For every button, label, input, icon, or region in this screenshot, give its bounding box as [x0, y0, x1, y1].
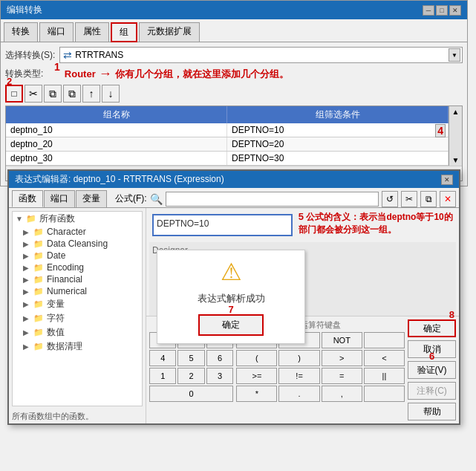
key-rparen[interactable]: ) [278, 350, 319, 366]
key-eq[interactable]: = [322, 368, 362, 384]
tree-item-datacleaning2[interactable]: ▶ 📁 数据清理 [13, 340, 142, 354]
group-toolbar: □ 2 ✂ ⧉ ⧉ ↑ ↓ [5, 85, 463, 103]
tab-property[interactable]: 属性 [75, 22, 109, 42]
tree-item-datacleansing[interactable]: ▶ 📁 Data Cleansing [13, 238, 142, 250]
key-empty[interactable] [364, 332, 405, 348]
key-3[interactable]: 3 [206, 368, 233, 384]
tab-metadata[interactable]: 元数据扩展 [139, 22, 200, 42]
folder-icon: 📁 [33, 239, 45, 249]
expression-editor-window: 表达式编辑器: deptno_10 - RTRTRANS (Expression… [7, 169, 460, 425]
tree-label-enc: Encoding [47, 262, 84, 273]
tree-item-numerical[interactable]: ▶ 📁 Numerical [13, 285, 142, 297]
key-sp[interactable] [364, 386, 405, 402]
tab-port[interactable]: 端口 [39, 22, 74, 42]
paste-btn[interactable]: ⧉ [63, 85, 81, 103]
key-4[interactable]: 4 [149, 350, 176, 366]
expr-body: ▼ 📁 所有函数 ▶ 📁 Character ▶ 📁 Data Cleansin… [9, 208, 459, 423]
key-lt[interactable]: < [364, 350, 405, 366]
key-pipe[interactable]: || [364, 368, 405, 384]
key-dot[interactable]: . [278, 386, 319, 402]
warning-icon: ⚠ [165, 258, 297, 286]
close-btn[interactable]: ✕ [449, 5, 461, 16]
move-down-btn[interactable]: ↓ [102, 85, 120, 103]
arrow-icon: → [99, 66, 112, 82]
table-scrollbar[interactable]: ▲ ▼ [449, 106, 462, 166]
folder-icon: 📁 [33, 328, 45, 337]
key-not[interactable]: NOT [322, 332, 362, 348]
formula-cut[interactable]: ✂ [401, 191, 417, 207]
scroll-down[interactable]: ▼ [452, 156, 460, 164]
tab-group[interactable]: 组 [111, 22, 137, 42]
expand-str: ▶ [23, 314, 33, 322]
key-2[interactable]: 2 [177, 368, 204, 384]
main-tab-bar: 转换 端口 属性 组 元数据扩展 [1, 19, 467, 42]
tree-label-char: Character [47, 227, 86, 237]
dropdown-arrow[interactable]: ▼ [449, 48, 460, 62]
tree-footer-note: 所有函数组中的函数。 [9, 409, 146, 423]
tree-item-string[interactable]: ▶ 📁 字符 [13, 311, 142, 325]
expr-close-btn[interactable]: ✕ [441, 175, 453, 185]
expand-char: ▶ [23, 228, 33, 236]
tree-item-all[interactable]: ▼ 📁 所有函数 [13, 212, 142, 226]
move-up-btn[interactable]: ↑ [82, 85, 100, 103]
key-1[interactable]: 1 [149, 368, 176, 384]
expr-tab-port[interactable]: 端口 [44, 190, 75, 207]
tree-item-character[interactable]: ▶ 📁 Character [13, 226, 142, 238]
tree-item-numval[interactable]: ▶ 📁 数值 [13, 325, 142, 340]
maximize-btn[interactable]: □ [436, 5, 448, 16]
table-row[interactable]: deptno_30 DEPTNO=30 [6, 152, 449, 166]
select-value: RTRTRANS [75, 50, 123, 60]
key-neq[interactable]: != [278, 368, 319, 384]
confirm-button[interactable]: 确定 [408, 319, 456, 337]
tree-item-financial[interactable]: ▶ 📁 Financial [13, 273, 142, 285]
main-content: 选择转换(S): ⇄ RTRTRANS ▼ 转换类型: 1 Router → 你… [1, 42, 467, 186]
title-bar: 编辑转换 ─ □ ✕ [1, 1, 467, 19]
expr-tab-variable[interactable]: 变量 [76, 190, 107, 207]
scroll-up[interactable]: ▲ [452, 108, 460, 116]
key-mul[interactable]: * [236, 386, 277, 402]
ok-button[interactable]: 确定 [198, 314, 264, 336]
tree-label-var: 变量 [47, 298, 65, 311]
expr-input[interactable]: DEPTNO=10 [152, 214, 293, 236]
expand-dc: ▶ [23, 240, 33, 248]
help-button[interactable]: 帮助 [408, 403, 456, 420]
tree-item-date[interactable]: ▶ 📁 Date [13, 250, 142, 262]
tab-convert[interactable]: 转换 [4, 22, 38, 42]
verify-btn-wrapper: 6 验证(V) [408, 361, 456, 379]
tree-item-encoding[interactable]: ▶ 📁 Encoding [13, 262, 142, 273]
key-0[interactable]: 0 [149, 386, 233, 402]
expr-tree-panel: ▼ 📁 所有函数 ▶ 📁 Character ▶ 📁 Data Cleansin… [9, 208, 146, 423]
formula-undo[interactable]: ↺ [382, 191, 398, 207]
key-comma[interactable]: , [322, 386, 362, 402]
new-group-btn[interactable]: □ [5, 85, 23, 103]
comment-button[interactable]: 注释(C) [408, 382, 456, 400]
key-gt[interactable]: > [322, 350, 362, 366]
ok-btn-wrapper: 7 确定 [198, 314, 264, 336]
key-lparen[interactable]: ( [236, 350, 277, 366]
folder-icon: 📁 [33, 314, 45, 323]
annotation-2: 2 [7, 76, 12, 87]
copy-btn[interactable]: ⧉ [44, 85, 62, 103]
minimize-btn[interactable]: ─ [423, 5, 434, 16]
table-row[interactable]: deptno_20 DEPTNO=20 [6, 137, 449, 152]
expand-dc2: ▶ [23, 342, 33, 351]
key-5[interactable]: 5 [177, 350, 204, 366]
annotation-detail: 你有几个分组，就在这里添加几个分组。 [115, 68, 289, 81]
table-row[interactable]: deptno_10 DEPTNO=10 [6, 123, 449, 137]
folder-icon: 📁 [33, 263, 45, 273]
verify-button[interactable]: 验证(V) [408, 361, 456, 379]
expr-tab-function[interactable]: 函数 [12, 190, 43, 207]
formula-input[interactable] [166, 192, 379, 207]
key-6[interactable]: 6 [206, 350, 233, 366]
key-gte[interactable]: >= [236, 368, 277, 384]
formula-close[interactable]: ✕ [440, 191, 456, 207]
expr-right-panel: DEPTNO=10 5 公式的含义：表示当deptno等于10的部门都会被分到这… [146, 208, 459, 423]
tree-item-var[interactable]: ▶ 📁 变量 [13, 297, 142, 311]
cut-btn[interactable]: ✂ [25, 85, 42, 103]
annotation-1: 1 [54, 61, 60, 73]
folder-icon: 📁 [26, 214, 38, 224]
transform-select[interactable]: ⇄ RTRTRANS ▼ [59, 47, 463, 63]
expr-value: DEPTNO=10 [157, 218, 209, 229]
formula-copy[interactable]: ⧉ [420, 191, 437, 207]
tree-label-dc: Data Cleansing [47, 238, 108, 249]
